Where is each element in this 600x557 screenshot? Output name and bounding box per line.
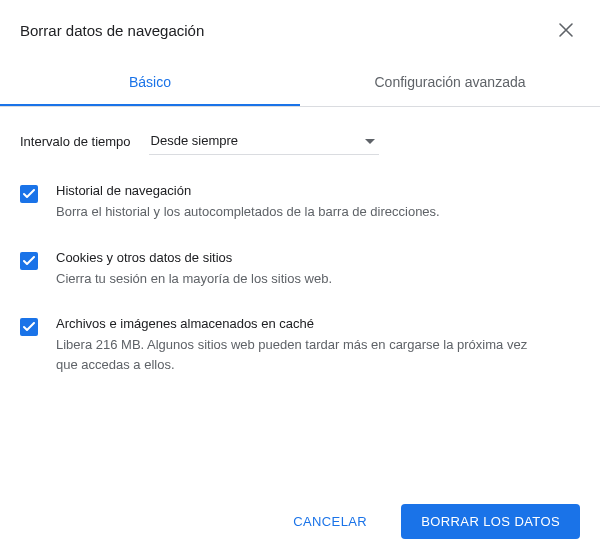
option-cache: Archivos e imágenes almacenados en caché… xyxy=(20,316,580,374)
checkbox-cache[interactable] xyxy=(20,318,38,336)
checkbox-cookies[interactable] xyxy=(20,252,38,270)
option-cookies: Cookies y otros datos de sitios Cierra t… xyxy=(20,250,580,289)
time-range-select[interactable]: Desde siempre xyxy=(149,127,379,155)
option-description: Borra el historial y los autocompletados… xyxy=(56,202,440,222)
tab-basic[interactable]: Básico xyxy=(0,60,300,106)
time-range-row: Intervalo de tiempo Desde siempre xyxy=(20,127,580,155)
dialog-footer: CANCELAR BORRAR LOS DATOS xyxy=(273,504,580,539)
time-range-value: Desde siempre xyxy=(151,133,238,148)
clear-data-button[interactable]: BORRAR LOS DATOS xyxy=(401,504,580,539)
cancel-button[interactable]: CANCELAR xyxy=(273,504,387,539)
check-icon xyxy=(23,322,35,332)
dialog-header: Borrar datos de navegación xyxy=(0,0,600,52)
option-description: Cierra tu sesión en la mayoría de los si… xyxy=(56,269,332,289)
option-description: Libera 216 MB. Algunos sitios web pueden… xyxy=(56,335,536,374)
option-title: Cookies y otros datos de sitios xyxy=(56,250,332,265)
option-title: Archivos e imágenes almacenados en caché xyxy=(56,316,536,331)
options-list: Historial de navegación Borra el histori… xyxy=(20,183,580,374)
option-text: Historial de navegación Borra el histori… xyxy=(56,183,440,222)
check-icon xyxy=(23,189,35,199)
close-icon xyxy=(558,22,574,38)
option-text: Archivos e imágenes almacenados en caché… xyxy=(56,316,536,374)
check-icon xyxy=(23,256,35,266)
option-text: Cookies y otros datos de sitios Cierra t… xyxy=(56,250,332,289)
dialog-body: Intervalo de tiempo Desde siempre Histor… xyxy=(0,107,600,374)
tab-advanced[interactable]: Configuración avanzada xyxy=(300,60,600,106)
chevron-down-icon xyxy=(365,133,375,148)
close-button[interactable] xyxy=(552,16,580,44)
dialog-title: Borrar datos de navegación xyxy=(20,22,204,39)
option-browsing-history: Historial de navegación Borra el histori… xyxy=(20,183,580,222)
time-range-label: Intervalo de tiempo xyxy=(20,134,131,149)
tabs: Básico Configuración avanzada xyxy=(0,60,600,107)
checkbox-browsing-history[interactable] xyxy=(20,185,38,203)
option-title: Historial de navegación xyxy=(56,183,440,198)
